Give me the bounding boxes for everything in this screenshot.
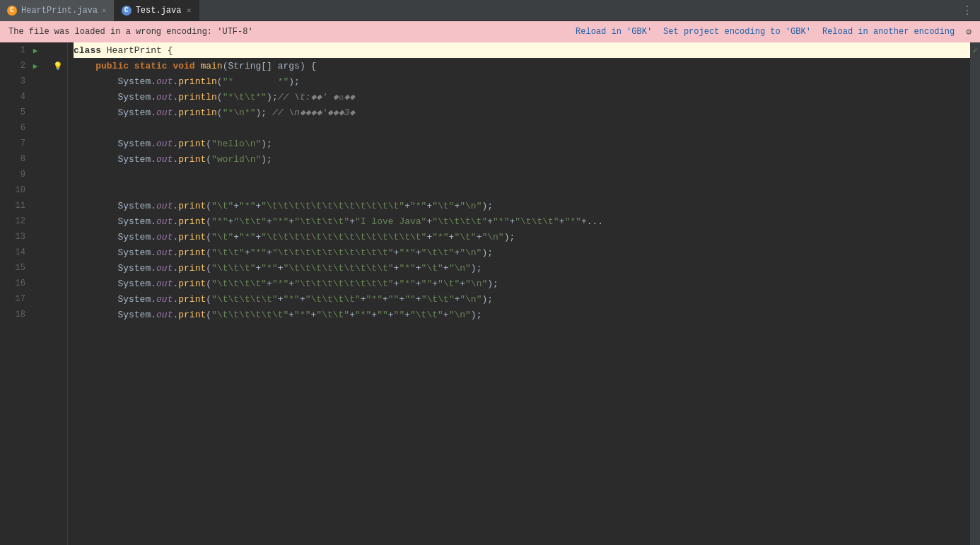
tab-label-test: Test.java (136, 6, 182, 16)
code-line-16: System.out.print("\t\t\t\t"+"*"+"\t\t\t\… (74, 276, 970, 291)
tab-icon-test: C (122, 6, 132, 16)
code-line-8: System.out.print("world\n"); (74, 151, 970, 167)
code-line-4: System.out.println("*\t\t*");// \t:◆◆' ◆… (74, 89, 970, 105)
notification-text: The file was loaded in a wrong encoding:… (8, 27, 576, 37)
code-line-12: System.out.print("*"+"\t\t"+"*"+"\t\t\t\… (74, 213, 970, 229)
tab-test[interactable]: C Test.java ✕ (115, 0, 199, 21)
gutter-row-11: 11 (0, 198, 67, 213)
gutter-row-1: 1 ▶ (0, 42, 67, 58)
code-line-10 (74, 182, 970, 198)
tab-icon-heartprint: C (7, 6, 17, 16)
code-line-9 (74, 167, 970, 182)
gutter-row-10: 10 (0, 182, 67, 198)
gutter-row-9: 9 (0, 167, 67, 182)
code-line-5: System.out.println("*\n*"); // \n◆◆◆◆'◆◆… (74, 105, 970, 120)
tab-more-icon[interactable]: ⋮ (955, 4, 980, 18)
gutter-row-2: 2 ▶ 💡 (0, 58, 67, 74)
code-line-1: class HeartPrint { (74, 42, 970, 58)
code-line-6 (74, 120, 970, 136)
line-gutter: 1 ▶ 2 ▶ 💡 3 4 5 6 7 8 9 10 11 12 13 14 1… (0, 42, 68, 545)
editor: 1 ▶ 2 ▶ 💡 3 4 5 6 7 8 9 10 11 12 13 14 1… (0, 42, 980, 545)
gutter-row-18: 18 (0, 307, 67, 322)
notification-gear-icon[interactable]: ⚙ (966, 26, 972, 37)
tab-close-test[interactable]: ✕ (187, 6, 192, 15)
right-scrollbar[interactable]: ✓ (970, 42, 980, 545)
gutter-row-12: 12 (0, 213, 67, 229)
notification-bar: The file was loaded in a wrong encoding:… (0, 21, 980, 42)
gutter-row-17: 17 (0, 291, 67, 307)
code-line-14: System.out.print("\t\t"+"*"+"\t\t\t\t\t\… (74, 245, 970, 260)
gutter-row-7: 7 (0, 136, 67, 151)
hint-2[interactable]: 💡 (52, 61, 64, 71)
reload-gbk-link[interactable]: Reload in 'GBK' (576, 27, 652, 37)
run-icon-1[interactable]: ▶ (30, 46, 41, 55)
gutter-row-14: 14 (0, 245, 67, 260)
run-icon-2[interactable]: ▶ (30, 61, 41, 71)
gutter-row-4: 4 (0, 89, 67, 105)
code-line-7: System.out.print("hello\n"); (74, 136, 970, 151)
line-number-1: 1 (0, 45, 30, 55)
gutter-row-13: 13 (0, 229, 67, 245)
code-area[interactable]: class HeartPrint { public static void ma… (68, 42, 970, 545)
check-icon: ✓ (972, 45, 977, 56)
tab-bar: C HeartPrint.java ✕ C Test.java ✕ ⋮ (0, 0, 980, 21)
set-project-gbk-link[interactable]: Set project encoding to 'GBK' (663, 27, 811, 37)
code-line-17: System.out.print("\t\t\t\t\t"+"*"+"\t\t\… (74, 291, 970, 307)
code-line-2: public static void main(String[] args) { (74, 58, 970, 74)
gutter-row-6: 6 (0, 120, 67, 136)
code-line-3: System.out.println("* *"); (74, 74, 970, 89)
code-line-18: System.out.print("\t\t\t\t\t\t"+"*"+"\t\… (74, 307, 970, 322)
tab-close-heartprint[interactable]: ✕ (102, 6, 107, 15)
code-line-11: System.out.print("\t"+"*"+"\t\t\t\t\t\t\… (74, 198, 970, 213)
reload-another-link[interactable]: Reload in another encoding (822, 27, 955, 37)
notification-actions: Reload in 'GBK' Set project encoding to … (576, 26, 972, 37)
line-number-2: 2 (0, 61, 30, 71)
gutter-row-8: 8 (0, 151, 67, 167)
gutter-row-3: 3 (0, 74, 67, 89)
gutter-row-5: 5 (0, 105, 67, 120)
tab-heartprint[interactable]: C HeartPrint.java ✕ (0, 0, 115, 21)
code-line-15: System.out.print("\t\t\t"+"*"+"\t\t\t\t\… (74, 260, 970, 276)
gutter-row-15: 15 (0, 260, 67, 276)
gutter-row-16: 16 (0, 276, 67, 291)
tab-label-heartprint: HeartPrint.java (21, 6, 98, 16)
code-line-13: System.out.print("\t"+"*"+"\t\t\t\t\t\t\… (74, 229, 970, 245)
